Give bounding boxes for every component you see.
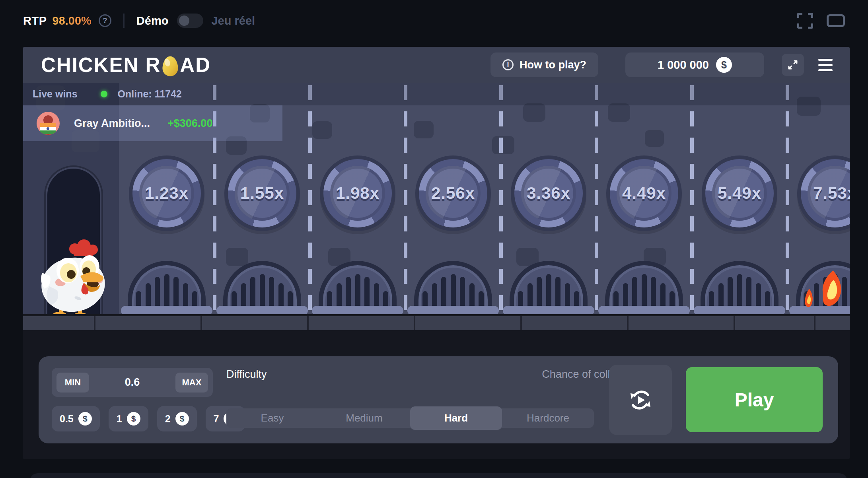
chicken-character xyxy=(38,238,114,317)
fullscreen-icon[interactable] xyxy=(797,13,813,29)
dollar-icon: $ xyxy=(716,57,732,73)
multiplier-disc: 4.49x xyxy=(606,155,682,231)
sewer-grate xyxy=(510,261,588,314)
next-section-card xyxy=(30,473,847,478)
multiplier-value: 1.55x xyxy=(224,155,300,231)
live-wins-bar: Live wins Online: 11742 xyxy=(23,83,850,105)
theater-mode-icon[interactable] xyxy=(827,14,845,27)
player-name: Gray Ambitio... xyxy=(74,117,150,130)
sewer-grate xyxy=(605,261,683,314)
real-money-label: Jeu réel xyxy=(211,14,255,27)
lane-4: 2.56x xyxy=(405,83,501,314)
how-to-play-button[interactable]: i How to play? xyxy=(490,52,598,77)
help-icon[interactable]: ? xyxy=(99,14,111,27)
toggle-knob xyxy=(179,16,189,26)
control-panel: MIN 0.6 MAX 0.5$1$2$7$ Difficulty Chance… xyxy=(39,356,838,443)
rtp-label: RTP xyxy=(23,14,47,27)
difficulty-tab-hardcore[interactable]: Hardcore xyxy=(502,408,594,428)
demo-real-toggle[interactable] xyxy=(177,14,203,28)
win-amount: +$306.00 xyxy=(167,117,212,130)
demo-label: Démo xyxy=(136,14,169,27)
road: 1.23x1.55x1.98x2.56x3.36x4.49x5.49x7.53x xyxy=(23,83,850,314)
multiplier-disc: 7.53x xyxy=(797,155,850,231)
difficulty-tab-hard[interactable]: Hard xyxy=(410,406,502,430)
multiplier-value: 2.56x xyxy=(415,155,491,231)
multiplier-value: 1.98x xyxy=(320,155,395,231)
rtp-value: 98.00% xyxy=(53,14,91,27)
bet-amount-box: MIN 0.6 MAX xyxy=(52,368,213,397)
info-icon: i xyxy=(502,59,514,70)
lane-3: 1.98x xyxy=(310,83,405,314)
chip-value: 1 xyxy=(117,413,122,425)
multiplier-disc: 3.36x xyxy=(511,155,586,231)
autoplay-icon xyxy=(627,386,654,414)
game-frame: 1.23x1.55x1.98x2.56x3.36x4.49x5.49x7.53x xyxy=(23,47,850,459)
chip-value: 7 xyxy=(214,413,219,425)
difficulty-label: Difficulty xyxy=(226,368,267,381)
autoplay-button[interactable] xyxy=(609,365,672,435)
multiplier-disc: 1.23x xyxy=(129,155,204,231)
how-to-play-label: How to play? xyxy=(520,59,586,71)
fire-icon xyxy=(799,269,850,316)
game-header: CHICKEN R AD i How to play? 1 000 000 $ xyxy=(23,47,850,83)
dollar-icon: $ xyxy=(78,412,92,426)
chicken-road-logo: CHICKEN R AD xyxy=(41,53,211,77)
sewer-grate xyxy=(701,261,778,314)
multiplier-value: 3.36x xyxy=(511,155,586,231)
sewer-grate xyxy=(223,261,301,314)
chip-value: 0.5 xyxy=(60,413,74,425)
multiplier-disc: 2.56x xyxy=(415,155,491,231)
logo-text-prefix: CHICKEN R xyxy=(41,53,161,77)
expand-button[interactable] xyxy=(782,54,804,76)
sewer-grate xyxy=(414,261,492,314)
multiplier-disc: 1.55x xyxy=(224,155,300,231)
multiplier-value: 4.49x xyxy=(606,155,682,231)
lane-5: 3.36x xyxy=(501,83,596,314)
difficulty-tab-easy[interactable]: Easy xyxy=(226,408,318,428)
sewer-grate xyxy=(128,261,206,314)
multiplier-value: 1.23x xyxy=(129,155,204,231)
multiplier-disc: 1.98x xyxy=(320,155,395,231)
play-button[interactable]: Play xyxy=(686,367,823,432)
expand-arrows-icon xyxy=(787,59,799,71)
logo-text-suffix: AD xyxy=(180,53,211,77)
bet-value[interactable]: 0.6 xyxy=(125,376,140,389)
difficulty-tab-medium[interactable]: Medium xyxy=(318,408,410,428)
quick-bet-chip-2[interactable]: 2$ xyxy=(157,406,197,431)
sewer-grate xyxy=(319,261,397,314)
online-status-dot xyxy=(101,91,107,97)
lane-6: 4.49x xyxy=(596,83,692,314)
top-bar: RTP 98.00% ? Démo Jeu réel xyxy=(0,0,868,41)
quick-bet-chip-1[interactable]: 1$ xyxy=(109,406,148,431)
multiplier-value: 7.53x xyxy=(797,155,850,231)
live-wins-label: Live wins xyxy=(33,88,78,100)
balance-display[interactable]: 1 000 000 $ xyxy=(625,52,764,77)
india-flag-icon xyxy=(40,123,56,134)
quick-bet-chip-0.5[interactable]: 0.5$ xyxy=(52,406,100,431)
multiplier-value: 5.49x xyxy=(702,155,777,231)
player-avatar xyxy=(37,112,60,135)
quick-bet-chips: 0.5$1$2$7$ xyxy=(52,406,245,431)
sidewalk xyxy=(23,314,850,330)
divider xyxy=(123,14,125,28)
min-bet-button[interactable]: MIN xyxy=(56,373,89,393)
balance-value: 1 000 000 xyxy=(658,58,709,72)
lane-7: 5.49x xyxy=(692,83,787,314)
online-count: Online: 11742 xyxy=(118,88,182,100)
multiplier-disc: 5.49x xyxy=(702,155,777,231)
live-win-entry: Gray Ambitio... +$306.00 xyxy=(23,105,282,141)
dollar-icon: $ xyxy=(127,412,140,426)
difficulty-tabbar: EasyMediumHardHardcore xyxy=(226,408,594,428)
max-bet-button[interactable]: MAX xyxy=(175,373,208,393)
dollar-icon: $ xyxy=(175,412,189,426)
chip-value: 2 xyxy=(165,413,171,425)
menu-button[interactable] xyxy=(818,59,833,71)
egg-icon xyxy=(162,55,179,77)
